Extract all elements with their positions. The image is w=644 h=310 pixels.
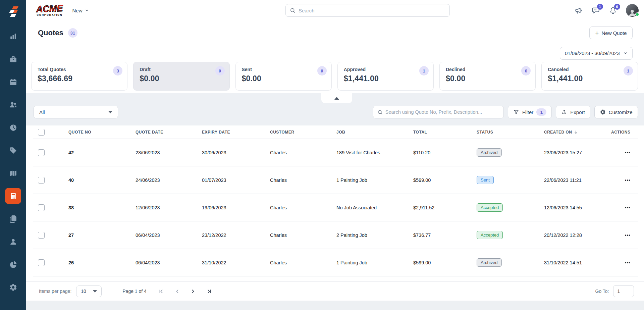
sidebar-item-team[interactable] xyxy=(5,234,21,250)
row-checkbox[interactable] xyxy=(38,177,45,184)
sidebar-item-settings[interactable] xyxy=(5,279,21,295)
stat-card-total-quotes[interactable]: Total Quotes$3,666.693 xyxy=(31,62,127,91)
sidebar-item-timesheets[interactable] xyxy=(5,119,21,136)
select-all-checkbox[interactable] xyxy=(38,129,45,136)
cell-quote-no: 42 xyxy=(68,150,136,155)
row-actions-button[interactable]: ••• xyxy=(625,150,631,155)
new-quote-button[interactable]: + New Quote xyxy=(589,27,632,39)
status-badge: Archived xyxy=(477,148,502,157)
cell-job: No Job Associated xyxy=(336,205,413,210)
sidebar-item-invoices[interactable] xyxy=(5,211,21,227)
row-checkbox[interactable] xyxy=(38,259,45,266)
sidebar-item-jobs[interactable] xyxy=(5,51,21,67)
row-actions-button[interactable]: ••• xyxy=(625,260,631,265)
sidebar-item-customers[interactable] xyxy=(5,97,21,113)
pager-controls xyxy=(159,289,212,294)
stat-card-sent[interactable]: Sent$0.000 xyxy=(235,62,332,91)
person-silhouette-icon xyxy=(628,8,637,17)
column-header-expiry-date[interactable]: EXPIRY DATE xyxy=(202,130,270,135)
online-status-dot xyxy=(635,12,639,16)
stat-label: Draft xyxy=(140,67,223,72)
stat-label: Approved xyxy=(344,67,427,72)
export-icon xyxy=(561,109,567,115)
prev-page-button[interactable] xyxy=(174,289,180,294)
sidebar-item-pricing[interactable] xyxy=(5,142,21,158)
stat-value: $1,441.00 xyxy=(344,74,427,83)
row-actions-button[interactable]: ••• xyxy=(625,232,631,238)
stat-card-draft[interactable]: Draft$0.000 xyxy=(133,62,229,91)
topbar: ACME CORPORATION New xyxy=(26,0,644,21)
table-search-input[interactable] xyxy=(385,109,499,115)
status-badge: Sent xyxy=(477,176,494,184)
stat-count-badge: 0 xyxy=(215,66,225,75)
briefcase-icon xyxy=(9,55,17,63)
customize-button[interactable]: Customize xyxy=(594,106,638,118)
page-info: Page 1 of 4 xyxy=(122,289,147,294)
new-menu-button[interactable]: New xyxy=(72,8,89,13)
notifications-button[interactable]: 6 xyxy=(609,6,617,15)
cell-status: Accepted xyxy=(477,203,544,212)
company-name: ACME xyxy=(36,4,63,14)
app-logo[interactable] xyxy=(0,0,26,23)
first-page-button[interactable] xyxy=(159,289,164,294)
cell-quote-date: 12/06/2023 xyxy=(136,205,202,210)
messages-button[interactable]: 1 xyxy=(592,6,600,15)
column-header-status[interactable]: STATUS xyxy=(477,130,544,135)
stat-card-canceled[interactable]: Canceled$1,441.001 xyxy=(541,62,638,91)
chevron-down-icon xyxy=(623,51,628,55)
cell-created-on: 23/06/2023 15:27 xyxy=(544,150,611,155)
cell-total: $736.77 xyxy=(413,232,477,238)
goto-page-input[interactable] xyxy=(613,285,634,297)
sidebar-item-map[interactable] xyxy=(5,165,21,181)
global-search-input[interactable] xyxy=(299,8,445,13)
cell-job: 1 Painting Job xyxy=(336,260,413,265)
sort-desc-icon xyxy=(574,130,578,135)
sidebar-item-schedule[interactable] xyxy=(5,74,21,90)
cell-expiry-date: 30/06/2023 xyxy=(202,150,270,155)
row-actions-button[interactable]: ••• xyxy=(625,205,631,210)
company-logo[interactable]: ACME CORPORATION xyxy=(36,4,63,16)
cell-expiry-date: 01/07/2023 xyxy=(202,177,270,183)
column-header-quote-date[interactable]: QUOTE DATE xyxy=(136,130,202,135)
table-header-row: QUOTE NOQUOTE DATEEXPIRY DATECUSTOMERJOB… xyxy=(33,125,638,139)
next-page-button[interactable] xyxy=(190,289,196,294)
stat-card-approved[interactable]: Approved$1,441.001 xyxy=(337,62,434,91)
chevron-left-icon xyxy=(174,289,180,294)
column-header-actions: ACTIONS xyxy=(611,130,638,135)
row-actions-button[interactable]: ••• xyxy=(625,177,631,183)
user-avatar[interactable] xyxy=(626,4,639,17)
export-button[interactable]: Export xyxy=(556,106,590,118)
row-checkbox[interactable] xyxy=(38,204,45,211)
sidebar-item-quotes[interactable] xyxy=(5,188,21,204)
row-checkbox[interactable] xyxy=(38,149,45,156)
date-range-dropdown[interactable]: 01/09/2023 - 30/09/2023 xyxy=(560,47,632,60)
quotes-count-badge: 31 xyxy=(68,28,77,38)
stat-value: $0.00 xyxy=(242,74,325,83)
column-header-quote-no[interactable]: QUOTE NO xyxy=(68,130,136,135)
filter-button[interactable]: Filter 1 xyxy=(508,106,552,118)
table-search xyxy=(373,106,504,118)
column-header-job[interactable]: JOB xyxy=(336,130,413,135)
cell-status: Archived xyxy=(477,148,544,157)
stat-card-declined[interactable]: Declined$0.000 xyxy=(439,62,536,91)
stats-cards: Total Quotes$3,666.693Draft$0.000Sent$0.… xyxy=(26,62,644,91)
type-filter-dropdown[interactable]: All xyxy=(34,106,118,118)
cell-expiry-date: 19/06/2023 xyxy=(202,205,270,210)
cell-quote-no: 40 xyxy=(68,177,136,183)
items-per-page-dropdown[interactable]: 10 xyxy=(76,286,102,297)
cell-quote-date: 06/04/2023 xyxy=(136,232,202,238)
page-title: Quotes xyxy=(38,29,63,37)
stat-label: Canceled xyxy=(548,67,631,72)
last-page-button[interactable] xyxy=(206,289,212,294)
sidebar-item-dashboard[interactable] xyxy=(5,28,21,44)
column-header-customer[interactable]: CUSTOMER xyxy=(270,130,336,135)
calculator-icon xyxy=(9,192,17,200)
row-select-cell xyxy=(33,259,68,266)
column-header-created-on[interactable]: CREATED ON xyxy=(544,130,611,135)
collapse-panel-button[interactable] xyxy=(321,93,352,103)
announcements-button[interactable] xyxy=(575,6,583,15)
row-checkbox[interactable] xyxy=(38,232,45,239)
column-header-total[interactable]: TOTAL xyxy=(413,130,477,135)
sidebar-item-reports[interactable] xyxy=(5,256,21,272)
cell-customer: Charles xyxy=(270,260,336,265)
